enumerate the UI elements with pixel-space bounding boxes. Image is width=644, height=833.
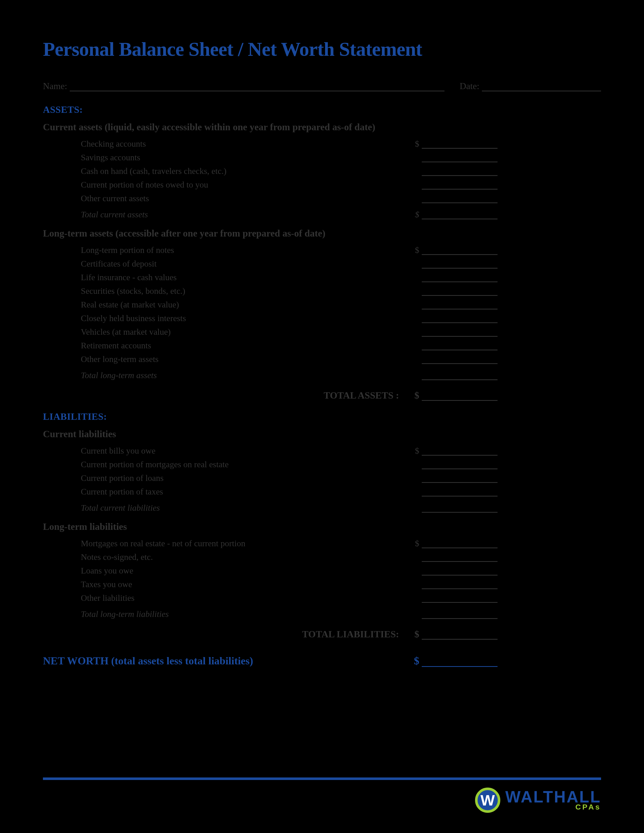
line-item: Real estate (at market value) — [43, 298, 497, 312]
current-assets-header: Current assets (liquid, easily accessibl… — [43, 121, 601, 132]
dollar-sign: $ — [409, 245, 422, 255]
longterm-liabilities-rows: Mortgages on real estate - net of curren… — [43, 537, 497, 621]
amount-line[interactable] — [422, 489, 497, 497]
amount-line[interactable] — [422, 393, 497, 401]
amount-line[interactable] — [422, 554, 497, 562]
line-item: Current portion of mortgages on real est… — [43, 458, 497, 471]
amount-line[interactable] — [422, 302, 497, 309]
amount-line[interactable] — [422, 505, 497, 513]
total-assets-row: TOTAL ASSETS : $ — [43, 385, 497, 404]
total-liabilities-label: TOTAL LIABILITIES: — [43, 629, 409, 640]
longterm-liabilities-header: Long-term liabilities — [43, 521, 601, 532]
line-item: Long-term portion of notes$ — [43, 243, 497, 257]
meta-row: Name: Date: — [43, 81, 601, 92]
total-assets-label: TOTAL ASSETS : — [43, 390, 409, 401]
line-item: Current portion of taxes — [43, 485, 497, 499]
amount-line[interactable] — [422, 141, 497, 149]
date-label: Date: — [460, 81, 479, 92]
longterm-assets-rows: Long-term portion of notes$ Certificates… — [43, 243, 497, 382]
item-label: Vehicles (at market value) — [81, 327, 409, 337]
line-item: Current portion of notes owed to you — [43, 178, 497, 191]
amount-line[interactable] — [422, 462, 497, 469]
subtotal-row: Total long-term assets — [43, 368, 497, 382]
subtotal-label: Total long-term assets — [81, 371, 409, 380]
name-field: Name: — [43, 81, 444, 92]
amount-line[interactable] — [422, 329, 497, 337]
amount-line[interactable] — [422, 288, 497, 296]
longterm-assets-header: Long-term assets (accessible after one y… — [43, 228, 601, 239]
item-label: Cash on hand (cash, travelers checks, et… — [81, 166, 409, 176]
logo-text: WALTHALL CPAs — [506, 790, 601, 810]
amount-line[interactable] — [422, 632, 497, 640]
line-item: Mortgages on real estate - net of curren… — [43, 537, 497, 550]
current-liabilities-header: Current liabilities — [43, 428, 601, 439]
item-label: Mortgages on real estate - net of curren… — [81, 539, 409, 548]
amount-line[interactable] — [422, 275, 497, 282]
amount-line[interactable] — [422, 611, 497, 619]
amount-line[interactable] — [422, 356, 497, 364]
subtotal-row: Total long-term liabilities — [43, 607, 497, 621]
amount-line[interactable] — [422, 343, 497, 351]
amount-line[interactable] — [422, 196, 497, 203]
page: Personal Balance Sheet / Net Worth State… — [0, 0, 644, 833]
item-label: Loans you owe — [81, 566, 409, 576]
current-liabilities-rows: Current bills you owe$ Current portion o… — [43, 444, 497, 515]
line-item: Certificates of deposit — [43, 257, 497, 270]
line-item: Closely held business interests — [43, 312, 497, 325]
item-label: Life insurance - cash values — [81, 273, 409, 282]
liabilities-header: LIABILITIES: — [43, 411, 601, 422]
amount-line[interactable] — [422, 168, 497, 176]
amount-line[interactable] — [422, 475, 497, 483]
item-label: Checking accounts — [81, 139, 409, 149]
item-label: Securities (stocks, bonds, etc.) — [81, 286, 409, 296]
net-worth-row: NET WORTH (total assets less total liabi… — [43, 642, 497, 672]
amount-line[interactable] — [422, 582, 497, 589]
line-item: Loans you owe — [43, 564, 497, 577]
line-item: Current bills you owe$ — [43, 444, 497, 458]
name-label: Name: — [43, 81, 67, 92]
line-item: Savings accounts — [43, 151, 497, 164]
amount-line[interactable] — [422, 595, 497, 603]
dollar-sign: $ — [409, 446, 422, 456]
amount-line[interactable] — [422, 568, 497, 576]
item-label: Retirement accounts — [81, 341, 409, 351]
line-item: Other liabilities — [43, 591, 497, 605]
subtotal-row: Total current assets$ — [43, 208, 497, 221]
date-input-line[interactable] — [482, 82, 601, 92]
amount-line[interactable] — [422, 373, 497, 380]
logo: WALTHALL CPAs — [475, 788, 601, 813]
item-label: Taxes you owe — [81, 580, 409, 589]
doc-title: Personal Balance Sheet / Net Worth State… — [43, 38, 601, 61]
item-label: Real estate (at market value) — [81, 300, 409, 309]
subtotal-label: Total current assets — [81, 210, 409, 219]
item-label: Other liabilities — [81, 593, 409, 603]
total-liabilities-row: TOTAL LIABILITIES: $ — [43, 624, 497, 642]
amount-line[interactable] — [422, 261, 497, 269]
amount-line[interactable] — [422, 182, 497, 190]
amount-line[interactable] — [422, 155, 497, 162]
item-label: Current portion of notes owed to you — [81, 180, 409, 190]
line-item: Cash on hand (cash, travelers checks, et… — [43, 164, 497, 178]
amount-line[interactable] — [422, 248, 497, 255]
line-item: Securities (stocks, bonds, etc.) — [43, 284, 497, 298]
subtotal-label: Total current liabilities — [81, 503, 409, 513]
amount-line[interactable] — [422, 541, 497, 548]
subtotal-row: Total current liabilities — [43, 501, 497, 515]
amount-line[interactable] — [422, 212, 497, 219]
amount-line[interactable] — [422, 448, 497, 456]
line-item: Other current assets — [43, 191, 497, 205]
item-label: Other long-term assets — [81, 354, 409, 364]
item-label: Other current assets — [81, 194, 409, 203]
amount-line[interactable] — [422, 659, 497, 667]
item-label: Savings accounts — [81, 153, 409, 162]
line-item: Checking accounts$ — [43, 137, 497, 151]
amount-line[interactable] — [422, 315, 497, 323]
name-input-line[interactable] — [70, 82, 444, 92]
logo-subtitle: CPAs — [575, 804, 601, 810]
line-item: Taxes you owe — [43, 577, 497, 591]
item-label: Current portion of loans — [81, 473, 409, 483]
assets-header: ASSETS: — [43, 104, 601, 115]
line-item: Vehicles (at market value) — [43, 325, 497, 339]
date-field: Date: — [460, 81, 601, 92]
item-label: Closely held business interests — [81, 314, 409, 323]
